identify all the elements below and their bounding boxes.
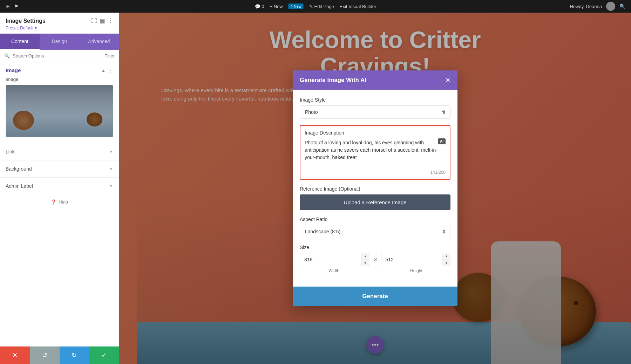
cancel-icon: ✕ — [12, 351, 18, 359]
sidebar-search-bar: 🔍 + Filter — [0, 50, 119, 62]
redo-icon: ↻ — [72, 351, 77, 359]
ai-badge: AI — [438, 138, 446, 144]
admin-label-section: Admin Label ▼ — [0, 177, 119, 194]
admin-label-chevron-icon: ▼ — [109, 184, 113, 188]
modal-header: Generate Image With AI ✕ — [293, 70, 457, 90]
search-icon-sidebar: 🔍 — [4, 53, 10, 59]
sidebar-header: Image Settings ⛶ ▣ ⋮ Preset: Default ▾ — [0, 13, 119, 34]
new-button[interactable]: + New — [270, 4, 283, 9]
tab-content[interactable]: Content — [0, 34, 40, 50]
background-label: Background — [6, 166, 32, 172]
filter-button[interactable]: + Filter — [101, 53, 115, 59]
section-more-icon[interactable]: ⋮ — [108, 68, 113, 73]
section-icons: ▲ ⋮ — [101, 68, 113, 73]
upload-reference-button[interactable]: Upload a Reference Image — [300, 194, 450, 210]
char-count: 141/200 — [305, 170, 446, 175]
top-bar-left: ⊞ ⚑ — [6, 4, 19, 9]
height-increment[interactable]: ▲ — [442, 253, 450, 260]
link-label: Link — [6, 149, 15, 154]
aspect-ratio-select[interactable]: Landscape (8:5) Portrait (5:8) Square (1… — [300, 225, 450, 238]
modal-close-button[interactable]: ✕ — [445, 77, 450, 83]
height-spinner: ▲ ▼ — [442, 253, 450, 266]
undo-icon: ↺ — [42, 351, 47, 359]
height-decrement[interactable]: ▼ — [442, 260, 450, 267]
main-layout: Image Settings ⛶ ▣ ⋮ Preset: Default ▾ C… — [0, 13, 631, 364]
wordpress-icon[interactable]: ⊞ — [6, 4, 10, 9]
link-section: Link ▼ — [0, 143, 119, 160]
sidebar-title: Image Settings ⛶ ▣ ⋮ — [6, 18, 113, 24]
save-icon: ✓ — [101, 351, 107, 359]
size-separator: ✕ — [373, 256, 378, 263]
cancel-button[interactable]: ✕ — [0, 346, 30, 364]
preset-label[interactable]: Preset: Default ▾ — [6, 26, 113, 30]
comment-icon[interactable]: 💬 0 — [255, 4, 264, 9]
generate-image-modal: Generate Image With AI ✕ Image Style Pho… — [293, 70, 457, 306]
modal-overlay: Generate Image With AI ✕ Image Style Pho… — [119, 13, 631, 364]
help-link[interactable]: ❓ Help — [0, 194, 119, 210]
fullscreen-icon[interactable]: ⛶ — [91, 18, 97, 24]
undo-button[interactable]: ↺ — [30, 346, 60, 364]
top-bar-right: Howdy, Deanna 🔍 — [570, 2, 625, 11]
aspect-ratio-label: Aspect Ratio — [300, 217, 450, 222]
width-label: Width — [300, 268, 368, 273]
tab-design[interactable]: Design — [40, 34, 79, 50]
image-style-label: Image Style — [300, 97, 450, 103]
settings-title: Image Settings — [6, 18, 46, 24]
link-chevron-icon: ▼ — [109, 149, 113, 154]
reference-image-group: Reference Image (Optional) Upload a Refe… — [300, 186, 450, 210]
top-bar-center: 💬 0 + New 4 New ✎ Edit Page Exit Visual … — [255, 4, 376, 9]
sidebar-tabs: Content Design Advanced — [0, 34, 119, 50]
modal-body: Image Style Photo Illustration Painting … — [293, 90, 457, 287]
height-input-wrapper: ▲ ▼ — [381, 253, 451, 266]
height-label: Height — [382, 268, 450, 273]
image-label: Image — [0, 77, 119, 85]
avatar — [606, 2, 615, 11]
image-style-select-container: Photo Illustration Painting Sketch 3D Re… — [300, 105, 450, 119]
activity-icon[interactable]: ⚑ — [14, 4, 19, 9]
width-increment[interactable]: ▲ — [361, 253, 369, 260]
admin-label-text: Admin Label — [6, 183, 33, 189]
description-textarea[interactable]: Photo of a loving and loyal dog, his eye… — [305, 139, 446, 167]
width-spinner: ▲ ▼ — [361, 253, 369, 266]
sidebar-title-icons: ⛶ ▣ ⋮ — [91, 18, 113, 24]
edit-page-button[interactable]: ✎ Edit Page — [309, 4, 334, 9]
height-input[interactable] — [381, 253, 451, 266]
help-label: Help — [59, 199, 68, 205]
size-inputs: ▲ ▼ ✕ ▲ ▼ — [300, 253, 450, 266]
image-description-group: Image Description AI Photo of a loving a… — [300, 125, 450, 180]
modal-title: Generate Image With AI — [300, 77, 366, 84]
sidebar-content: Image ▲ ⋮ Image Link ▼ — [0, 62, 119, 364]
image-section-header[interactable]: Image ▲ ⋮ — [0, 62, 119, 77]
tab-advanced[interactable]: Advanced — [79, 34, 119, 50]
help-icon: ❓ — [51, 199, 56, 205]
modal-footer[interactable]: Generate — [293, 287, 457, 306]
search-input[interactable] — [13, 53, 98, 59]
size-group: Size ▲ ▼ ✕ — [300, 245, 450, 273]
preview-image — [6, 85, 113, 137]
save-button[interactable]: ✓ — [89, 346, 119, 364]
size-labels: Width Height — [300, 268, 450, 273]
sidebar-footer: ✕ ↺ ↻ ✓ — [0, 346, 119, 364]
width-decrement[interactable]: ▼ — [361, 260, 369, 267]
link-section-header[interactable]: Link ▼ — [6, 143, 113, 160]
aspect-ratio-select-container: Landscape (8:5) Portrait (5:8) Square (1… — [300, 225, 450, 238]
more-options-icon[interactable]: ⋮ — [108, 18, 113, 24]
search-icon[interactable]: 🔍 — [619, 4, 625, 9]
aspect-ratio-group: Aspect Ratio Landscape (8:5) Portrait (5… — [300, 217, 450, 238]
howdy-text: Howdy, Deanna — [570, 4, 602, 9]
background-section: Background ▼ — [0, 160, 119, 177]
admin-label-section-header[interactable]: Admin Label ▼ — [6, 178, 113, 194]
description-label: Image Description — [305, 130, 446, 136]
content-area: Welcome to Critter Cravings! Cravings, w… — [119, 13, 631, 364]
background-section-header[interactable]: Background ▼ — [6, 160, 113, 177]
width-input[interactable] — [300, 253, 369, 266]
reference-image-label: Reference Image (Optional) — [300, 186, 450, 192]
layout-icon[interactable]: ▣ — [100, 18, 105, 24]
generate-button[interactable]: Generate — [299, 293, 451, 300]
image-section-title: Image — [6, 67, 21, 73]
image-style-select[interactable]: Photo Illustration Painting Sketch 3D Re… — [300, 105, 450, 119]
width-input-wrapper: ▲ ▼ — [300, 253, 369, 266]
redo-button[interactable]: ↻ — [60, 346, 89, 364]
chevron-up-icon[interactable]: ▲ — [101, 68, 106, 73]
exit-builder-button[interactable]: Exit Visual Builder — [340, 4, 376, 9]
